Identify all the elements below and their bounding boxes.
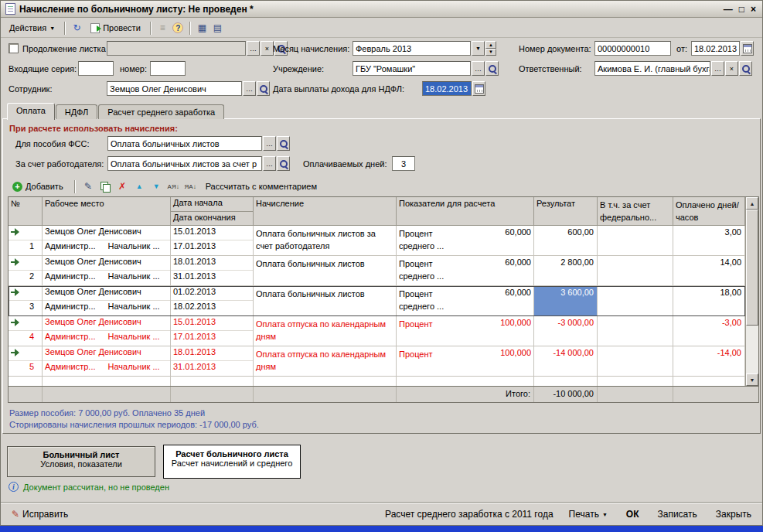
cell-federal[interactable] [598, 256, 673, 285]
choose-button[interactable]: … [711, 61, 724, 76]
sort-ascending-button[interactable]: АЯ↓ [167, 180, 180, 193]
header-workplace[interactable]: Рабочее место [43, 197, 171, 226]
clear-button[interactable]: × [725, 61, 738, 76]
delete-row-button[interactable]: ✗ [116, 180, 129, 193]
structure-icon[interactable]: ▤ [211, 22, 224, 34]
cell-num[interactable]: 2 [9, 256, 43, 285]
ok-button[interactable]: ОК [623, 507, 642, 521]
cell-paid[interactable]: 3,00 [673, 226, 745, 255]
employer-field[interactable]: Оплата больничных листов за счет р [107, 156, 262, 171]
cell-dates[interactable]: 18.01.2013 31.01.2013 [171, 346, 254, 376]
maximize-button[interactable]: □ [739, 4, 744, 15]
calc-with-comment-button[interactable]: Рассчитать с комментарием [201, 179, 322, 193]
ndfl-date-field[interactable]: 18.02.2013 [422, 81, 472, 96]
cell-indicators[interactable]: Процентсреднего ... 60,000 [397, 256, 534, 285]
spinner-down-icon[interactable]: ▼ [485, 49, 496, 56]
print-button[interactable]: Печать ▼ [566, 507, 611, 521]
cell-federal[interactable] [598, 346, 673, 376]
tab-average-earnings[interactable]: Расчет среднего заработка [98, 104, 224, 119]
cell-federal[interactable] [598, 316, 673, 346]
move-up-button[interactable]: ▲ [133, 180, 146, 193]
cell-result[interactable]: -3 000,00 [534, 316, 598, 346]
choose-button[interactable]: … [243, 81, 256, 96]
cell-dates[interactable]: 18.01.2013 31.01.2013 [171, 256, 254, 285]
cell-accrual[interactable]: Оплата отпуска по календарным дням [254, 316, 397, 346]
doc-date-field[interactable]: 18.02.2013 [691, 41, 740, 56]
table-row[interactable]: 1 Земцов Олег Денисович Администр...Нача… [9, 226, 745, 256]
month-dropdown-button[interactable]: ▼ [472, 41, 485, 56]
cell-paid[interactable]: -14,00 [673, 346, 745, 376]
table-row[interactable]: 2 Земцов Олег Денисович Администр...Нача… [9, 256, 745, 286]
spinner-up-icon[interactable]: ▲ [485, 41, 496, 49]
cell-dates[interactable]: 15.01.2013 17.01.2013 [171, 226, 254, 255]
scrollbar-track[interactable] [746, 210, 758, 373]
vertical-scrollbar[interactable]: ▲ ▼ [745, 197, 758, 386]
table-row-storno[interactable]: 5 Земцов Олег Денисович Администр...Нача… [9, 346, 745, 377]
cell-accrual[interactable]: Оплата больничных листов за счет работод… [254, 226, 397, 255]
cell-result[interactable]: -14 000,00 [534, 346, 598, 376]
open-button[interactable] [277, 136, 290, 151]
tab-ndfl[interactable]: НДФЛ [56, 104, 97, 119]
cell-paid[interactable]: -3,00 [673, 316, 745, 346]
cell-indicators[interactable]: Процент 100,000 [397, 316, 534, 346]
doc-number-field[interactable]: 00000000010 [594, 41, 671, 56]
table-row-current[interactable]: 3 Земцов Олег Денисович Администр...Нача… [9, 286, 745, 316]
cell-result[interactable]: 600,00 [534, 226, 598, 255]
incoming-number-field[interactable] [150, 61, 186, 76]
open-button[interactable] [257, 81, 270, 96]
cell-accrual[interactable]: Оплата больничных листов [254, 256, 397, 285]
header-result[interactable]: Результат [534, 197, 598, 226]
close-window-button[interactable]: Закрыть [713, 507, 754, 521]
save-button[interactable]: Записать [655, 507, 700, 521]
cell-dates[interactable]: 15.01.2013 17.01.2013 [171, 316, 254, 346]
cell-num[interactable]: 4 [9, 316, 43, 346]
cell-federal[interactable] [598, 226, 673, 255]
clear-button[interactable]: × [261, 41, 274, 56]
cell-result[interactable]: 2 800,00 [534, 256, 598, 285]
cell-accrual[interactable]: Оплата больничных листов [254, 286, 397, 315]
edit-row-button[interactable]: ✎ [82, 180, 95, 193]
sort-descending-button[interactable]: ЯА↓ [184, 180, 197, 193]
choose-button[interactable]: … [472, 61, 485, 76]
subordination-icon[interactable]: ≡ [156, 22, 169, 34]
month-field[interactable]: Февраль 2013 [353, 41, 471, 56]
choose-button[interactable]: … [263, 136, 276, 151]
actions-menu-button[interactable]: Действия ▼ [5, 21, 60, 35]
header-federal[interactable]: В т.ч. за счет федерально... [598, 197, 673, 226]
header-dates[interactable]: Дата начала Дата окончания [171, 197, 254, 226]
cell-indicators[interactable]: Процентсреднего ... 60,000 [397, 226, 534, 255]
scrollbar-thumb[interactable] [746, 210, 758, 326]
choose-button[interactable]: … [263, 156, 276, 171]
institution-field[interactable]: ГБУ "Ромашки" [353, 61, 471, 76]
continuation-checkbox[interactable] [9, 43, 19, 53]
header-indicators[interactable]: Показатели для расчета [397, 197, 534, 226]
help-button[interactable]: ? [172, 22, 185, 34]
cell-workplace[interactable]: Земцов Олег Денисович Администр...Началь… [43, 226, 171, 255]
calendar-button[interactable] [741, 41, 754, 56]
open-button[interactable] [739, 61, 752, 76]
fix-button[interactable]: ✎ Исправить [9, 507, 71, 521]
cell-workplace[interactable]: Земцов Олег Денисович Администр...Началь… [43, 316, 171, 346]
header-num[interactable]: № [9, 197, 43, 226]
add-row-button[interactable]: + Добавить [8, 179, 68, 194]
move-down-button[interactable]: ▼ [150, 180, 163, 193]
tab-payment[interactable]: Оплата [7, 103, 55, 120]
list-settings-icon[interactable]: ▦ [196, 22, 209, 34]
copy-row-button[interactable] [99, 180, 112, 193]
cell-result-selected[interactable]: 3 600,00 [534, 286, 598, 315]
post-button[interactable]: Провести [86, 21, 145, 36]
employee-field[interactable]: Земцов Олег Денисович [107, 81, 242, 96]
header-paid[interactable]: Оплачено дней/часов [673, 197, 745, 226]
cell-accrual[interactable]: Оплата отпуска по календарным дням [254, 346, 397, 376]
month-spinner[interactable]: ▲▼ [485, 41, 496, 56]
page-sick-leave[interactable]: Больничный лист Условия, показатели [7, 446, 155, 477]
responsible-field[interactable]: Акимова Е. И. (главный бухгал [594, 61, 710, 76]
paid-days-field[interactable]: 3 [392, 156, 415, 171]
open-button[interactable] [485, 61, 499, 76]
cell-indicators[interactable]: Процентсреднего ... 60,000 [397, 286, 534, 315]
table-row-storno[interactable]: 4 Земцов Олег Денисович Администр...Нача… [9, 316, 745, 346]
close-button[interactable]: × [751, 4, 756, 15]
cell-workplace[interactable]: Земцов Олег Денисович Администр...Началь… [43, 256, 171, 285]
cell-num[interactable]: 5 [9, 346, 43, 376]
cell-num[interactable]: 1 [9, 226, 43, 255]
